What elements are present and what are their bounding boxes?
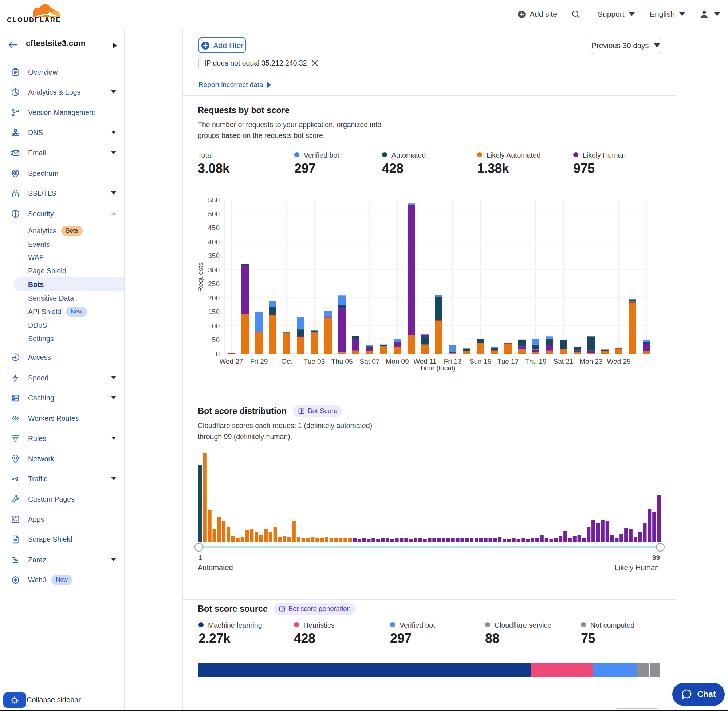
svg-text:Sat 21: Sat 21: [554, 357, 574, 365]
svg-text:Thu 19: Thu 19: [525, 357, 546, 365]
svg-text:CLOUDFLARE: CLOUDFLARE: [7, 16, 61, 24]
svg-text:550: 550: [208, 196, 220, 204]
svg-text:400: 400: [208, 238, 220, 246]
svg-text:Time (local): Time (local): [419, 364, 456, 372]
svg-text:Sun 15: Sun 15: [470, 357, 491, 365]
svg-text:200: 200: [208, 294, 220, 302]
svg-text:Wed 27: Wed 27: [219, 357, 243, 365]
svg-text:Oct: Oct: [281, 357, 292, 365]
svg-text:Tue 17: Tue 17: [498, 357, 518, 365]
svg-text:500: 500: [208, 210, 220, 218]
svg-text:350: 350: [208, 252, 220, 260]
svg-text:Tue 03: Tue 03: [304, 357, 325, 365]
svg-text:Mon 23: Mon 23: [579, 357, 602, 365]
svg-text:Fri 29: Fri 29: [250, 357, 268, 365]
svg-text:Sat 07: Sat 07: [360, 357, 380, 365]
svg-text:0: 0: [216, 350, 220, 358]
svg-text:250: 250: [208, 280, 220, 288]
svg-text:Mon 09: Mon 09: [386, 357, 409, 365]
svg-text:150: 150: [208, 308, 220, 316]
svg-text:Requests: Requests: [196, 263, 204, 292]
svg-text:50: 50: [212, 336, 220, 344]
svg-text:450: 450: [208, 224, 220, 232]
svg-text:Wed 25: Wed 25: [607, 357, 631, 365]
svg-text:300: 300: [208, 266, 220, 274]
svg-text:Thu 05: Thu 05: [331, 357, 353, 365]
svg-text:100: 100: [208, 322, 220, 330]
